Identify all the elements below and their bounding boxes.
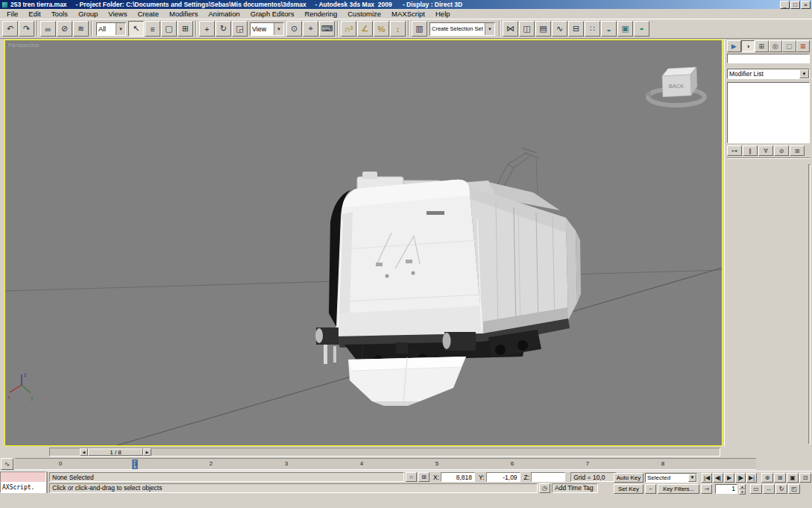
bind-to-space-warp-button[interactable]: ≋	[73, 21, 89, 37]
selection-filter-dropdown[interactable]: All▼	[96, 22, 126, 36]
add-time-tag[interactable]: Add Time Tag	[552, 483, 598, 493]
menu-create[interactable]: Create	[132, 9, 164, 19]
current-frame-field[interactable]: 1	[715, 484, 737, 494]
key-mode-icon[interactable]: ⊸	[701, 484, 712, 494]
zoom-all-button[interactable]: ⊞	[774, 473, 786, 483]
modifier-stack[interactable]	[727, 82, 810, 143]
train-model[interactable]	[315, 148, 581, 406]
view-cube[interactable]: BACK	[645, 67, 705, 105]
chevron-down-icon[interactable]: ▼	[274, 23, 283, 35]
make-unique-button[interactable]: ∀	[758, 145, 773, 156]
menu-help[interactable]: Help	[430, 9, 456, 19]
undo-button[interactable]: ↶	[2, 21, 18, 37]
modifier-list-dropdown[interactable]: Modifier List ▼	[727, 69, 810, 79]
select-by-name-button[interactable]: ≡	[145, 21, 160, 37]
curve-editor-button[interactable]: ∿	[552, 21, 567, 37]
select-and-manipulate-button[interactable]: ⌖	[303, 21, 318, 37]
select-and-rotate-button[interactable]: ↻	[215, 21, 231, 37]
keyboard-shortcut-override-toggle[interactable]: ⌨	[319, 21, 335, 37]
tab-hierarchy[interactable]: ⊞	[755, 40, 769, 52]
window-crossing-toggle[interactable]: ⊞	[177, 21, 193, 37]
zoom-button[interactable]: ⊕	[761, 473, 773, 483]
time-slider-grip[interactable]: ◀ 1 / 8 ▶	[80, 448, 151, 456]
percent-snap-toggle[interactable]: %	[374, 21, 389, 37]
pin-stack-button[interactable]: ⊶	[727, 145, 742, 156]
render-setup-button[interactable]: ◒	[601, 21, 617, 37]
spinner-snap-toggle[interactable]: ↕	[390, 21, 406, 37]
align-button[interactable]: ◫	[519, 21, 535, 37]
z-coordinate-field[interactable]	[531, 472, 565, 482]
time-tag-icon[interactable]: ◷	[539, 483, 550, 493]
time-slider-track[interactable]: ◀ 1 / 8 ▶	[49, 448, 720, 457]
menu-group[interactable]: Group	[73, 9, 103, 19]
tab-motion[interactable]: ◎	[769, 40, 783, 52]
key-filters-button[interactable]: Key Filters...	[658, 484, 699, 494]
quick-render-button[interactable]: ◓	[634, 21, 649, 37]
frame-spinner[interactable]: ▲▼	[739, 484, 746, 494]
next-frame-button[interactable]: |▶	[735, 473, 746, 483]
key-selection-combo[interactable]: Selected ▼	[645, 473, 697, 483]
play-button[interactable]: ▶	[724, 473, 734, 483]
close-button[interactable]: ×	[801, 1, 811, 9]
auto-key-button[interactable]: Auto Key	[614, 473, 643, 483]
menu-animation[interactable]: Animation	[204, 9, 245, 19]
maxscript-listener-pane[interactable]: AXScript.	[0, 483, 46, 493]
chevron-down-icon[interactable]: ▼	[799, 69, 809, 78]
y-coordinate-field[interactable]: -1,09	[486, 472, 520, 482]
schematic-view-button[interactable]: ⊟	[568, 21, 584, 37]
go-to-end-button[interactable]: ▶|	[746, 473, 757, 483]
zoom-extents-all-button[interactable]: ⊡	[799, 473, 811, 483]
rectangular-selection-region-button[interactable]: ▢	[161, 21, 177, 37]
edit-named-selection-sets-button[interactable]: ▥	[412, 21, 427, 37]
select-and-scale-button[interactable]: ◲	[232, 21, 248, 37]
maximize-button[interactable]: □	[790, 1, 800, 9]
layer-manager-button[interactable]: ▤	[535, 21, 551, 37]
select-object-button[interactable]: ↖	[128, 21, 144, 37]
redo-button[interactable]: ↷	[19, 21, 34, 37]
show-end-result-button[interactable]: ∥	[743, 145, 758, 156]
remove-modifier-button[interactable]: ⊘	[774, 145, 789, 156]
menu-maxscript[interactable]: MAXScript	[386, 9, 430, 19]
viewport-scene[interactable]: BACK x y z	[5, 40, 722, 445]
snaps-toggle-3d[interactable]: ∩³	[341, 21, 356, 37]
menu-edit[interactable]: Edit	[23, 9, 45, 19]
chevron-down-icon[interactable]: ▼	[485, 23, 494, 35]
tab-modify[interactable]: ◑	[741, 40, 755, 52]
time-slider-next-arrow[interactable]: ▶	[143, 448, 151, 456]
selection-lock-icon[interactable]: ∩	[406, 472, 417, 482]
material-editor-button[interactable]: ∷	[585, 21, 600, 37]
macro-recorder-pane[interactable]	[0, 471, 46, 483]
tab-create[interactable]: ▶	[727, 40, 741, 52]
min-max-toggle-button[interactable]: ◰	[788, 484, 800, 494]
menu-rendering[interactable]: Rendering	[299, 9, 342, 19]
viewport-label[interactable]: Perspective	[8, 42, 40, 48]
perspective-viewport[interactable]: BACK x y z Perspective	[4, 40, 723, 446]
menu-modifiers[interactable]: Modifiers	[164, 9, 204, 19]
menu-tools[interactable]: Tools	[46, 9, 73, 19]
select-and-link-button[interactable]: ∞	[40, 21, 56, 37]
menu-file[interactable]: File	[1, 9, 23, 19]
named-selection-sets-dropdown[interactable]: Create Selection Set▼	[429, 22, 495, 36]
object-name-field[interactable]	[727, 54, 810, 63]
x-coordinate-field[interactable]: 8,818	[441, 472, 475, 482]
default-tangents-button[interactable]: ~	[645, 484, 656, 494]
time-slider-prev-arrow[interactable]: ◀	[80, 448, 88, 456]
set-key-button[interactable]: Set Key	[614, 484, 643, 494]
pan-button[interactable]: ↔	[763, 484, 775, 494]
select-and-move-button[interactable]: +	[199, 21, 215, 37]
mini-curve-editor-button[interactable]: ∿	[1, 458, 13, 470]
use-pivot-point-center-button[interactable]: ⊙	[286, 21, 302, 37]
reference-coordinate-system-dropdown[interactable]: View▼	[250, 22, 284, 36]
chevron-down-icon[interactable]: ▼	[116, 23, 125, 35]
menu-graph-editors[interactable]: Graph Editors	[245, 9, 300, 19]
title-bar[interactable]: 253 tren tierra.max - Project Folder: C:…	[0, 0, 812, 9]
arc-rotate-button[interactable]: ↻	[775, 484, 787, 494]
rendered-frame-window-button[interactable]: ▣	[617, 21, 633, 37]
tab-display[interactable]: ▢	[782, 40, 796, 52]
time-slider-handle[interactable]: 1 / 8	[88, 448, 143, 456]
go-to-start-button[interactable]: |◀	[702, 473, 712, 483]
minimize-button[interactable]: _	[780, 1, 790, 9]
tab-utilities[interactable]: ⊠	[796, 40, 811, 52]
previous-frame-button[interactable]: ◀|	[713, 473, 723, 483]
absolute-mode-icon[interactable]: ⊞	[418, 472, 429, 482]
